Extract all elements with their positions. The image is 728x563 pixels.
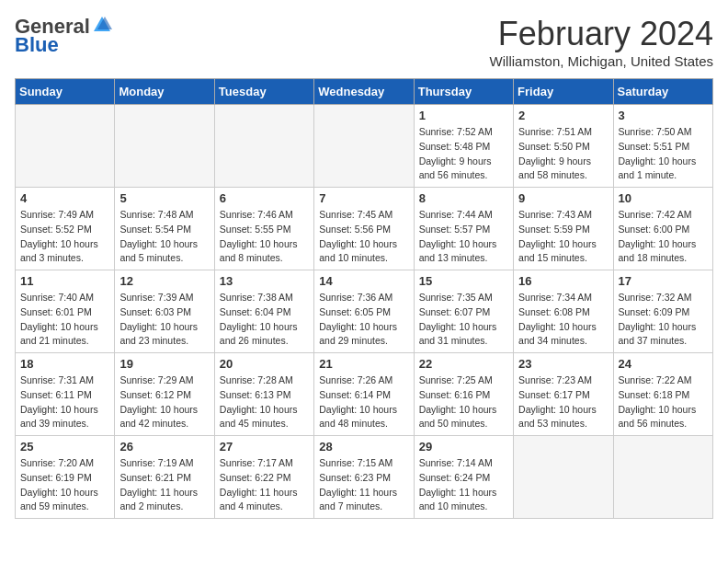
day-info: Sunrise: 7:51 AM Sunset: 5:50 PM Dayligh… — [518, 125, 608, 183]
calendar-cell: 27Sunrise: 7:17 AM Sunset: 6:22 PM Dayli… — [214, 436, 313, 519]
calendar-cell: 1Sunrise: 7:52 AM Sunset: 5:48 PM Daylig… — [414, 105, 513, 188]
calendar-cell: 19Sunrise: 7:29 AM Sunset: 6:12 PM Dayli… — [115, 353, 214, 436]
day-info: Sunrise: 7:44 AM Sunset: 5:57 PM Dayligh… — [419, 208, 508, 266]
calendar-cell: 24Sunrise: 7:22 AM Sunset: 6:18 PM Dayli… — [613, 353, 712, 436]
calendar-cell: 13Sunrise: 7:38 AM Sunset: 6:04 PM Dayli… — [214, 270, 313, 353]
day-info: Sunrise: 7:14 AM Sunset: 6:24 PM Dayligh… — [419, 456, 508, 514]
day-info: Sunrise: 7:42 AM Sunset: 6:00 PM Dayligh… — [619, 208, 708, 266]
day-info: Sunrise: 7:34 AM Sunset: 6:08 PM Dayligh… — [518, 291, 608, 349]
day-info: Sunrise: 7:22 AM Sunset: 6:18 PM Dayligh… — [619, 373, 708, 431]
calendar-body: 1Sunrise: 7:52 AM Sunset: 5:48 PM Daylig… — [16, 105, 713, 519]
day-info: Sunrise: 7:35 AM Sunset: 6:07 PM Dayligh… — [419, 291, 508, 349]
header-cell-saturday: Saturday — [613, 79, 712, 105]
day-info: Sunrise: 7:46 AM Sunset: 5:55 PM Dayligh… — [220, 208, 309, 266]
day-info: Sunrise: 7:39 AM Sunset: 6:03 PM Dayligh… — [119, 291, 209, 349]
header: General Blue February 2024 Williamston, … — [15, 15, 713, 69]
month-title: February 2024 — [490, 15, 713, 53]
calendar-cell: 18Sunrise: 7:31 AM Sunset: 6:11 PM Dayli… — [16, 353, 115, 436]
day-info: Sunrise: 7:25 AM Sunset: 6:16 PM Dayligh… — [419, 373, 508, 431]
calendar-cell: 14Sunrise: 7:36 AM Sunset: 6:05 PM Dayli… — [314, 270, 414, 353]
calendar-cell: 22Sunrise: 7:25 AM Sunset: 6:16 PM Dayli… — [414, 353, 513, 436]
header-cell-wednesday: Wednesday — [314, 79, 414, 105]
calendar-cell: 9Sunrise: 7:43 AM Sunset: 5:59 PM Daylig… — [514, 188, 613, 270]
day-info: Sunrise: 7:29 AM Sunset: 6:12 PM Dayligh… — [119, 373, 209, 431]
calendar-cell: 26Sunrise: 7:19 AM Sunset: 6:21 PM Dayli… — [115, 436, 214, 519]
day-info: Sunrise: 7:19 AM Sunset: 6:21 PM Dayligh… — [119, 456, 209, 514]
day-number: 12 — [119, 274, 209, 288]
day-info: Sunrise: 7:32 AM Sunset: 6:09 PM Dayligh… — [619, 291, 708, 349]
day-number: 26 — [119, 440, 209, 454]
day-number: 11 — [20, 274, 109, 288]
logo: General Blue — [15, 15, 112, 57]
calendar-cell — [314, 105, 414, 188]
day-number: 17 — [619, 274, 708, 288]
calendar-table: SundayMondayTuesdayWednesdayThursdayFrid… — [15, 78, 713, 519]
day-number: 25 — [20, 440, 109, 454]
day-info: Sunrise: 7:26 AM Sunset: 6:14 PM Dayligh… — [319, 373, 408, 431]
location-title: Williamston, Michigan, United States — [490, 53, 713, 69]
day-number: 23 — [518, 357, 608, 371]
day-info: Sunrise: 7:52 AM Sunset: 5:48 PM Dayligh… — [419, 125, 508, 183]
day-info: Sunrise: 7:28 AM Sunset: 6:13 PM Dayligh… — [220, 373, 309, 431]
day-number: 29 — [419, 440, 508, 454]
logo-blue-text: Blue — [15, 33, 59, 57]
calendar-cell: 12Sunrise: 7:39 AM Sunset: 6:03 PM Dayli… — [115, 270, 214, 353]
day-info: Sunrise: 7:48 AM Sunset: 5:54 PM Dayligh… — [119, 208, 209, 266]
logo-icon — [92, 15, 112, 35]
day-info: Sunrise: 7:36 AM Sunset: 6:05 PM Dayligh… — [319, 291, 408, 349]
day-info: Sunrise: 7:49 AM Sunset: 5:52 PM Dayligh… — [20, 208, 109, 266]
day-number: 24 — [619, 357, 708, 371]
calendar-cell: 8Sunrise: 7:44 AM Sunset: 5:57 PM Daylig… — [414, 188, 513, 270]
calendar-cell — [115, 105, 214, 188]
day-info: Sunrise: 7:45 AM Sunset: 5:56 PM Dayligh… — [319, 208, 408, 266]
calendar-cell: 17Sunrise: 7:32 AM Sunset: 6:09 PM Dayli… — [613, 270, 712, 353]
day-info: Sunrise: 7:15 AM Sunset: 6:23 PM Dayligh… — [319, 456, 408, 514]
header-cell-tuesday: Tuesday — [214, 79, 313, 105]
day-info: Sunrise: 7:20 AM Sunset: 6:19 PM Dayligh… — [20, 456, 109, 514]
calendar-cell: 25Sunrise: 7:20 AM Sunset: 6:19 PM Dayli… — [16, 436, 115, 519]
title-area: February 2024 Williamston, Michigan, Uni… — [490, 15, 713, 69]
calendar-cell: 2Sunrise: 7:51 AM Sunset: 5:50 PM Daylig… — [514, 105, 613, 188]
calendar-cell: 16Sunrise: 7:34 AM Sunset: 6:08 PM Dayli… — [514, 270, 613, 353]
day-number: 27 — [220, 440, 309, 454]
calendar-cell: 5Sunrise: 7:48 AM Sunset: 5:54 PM Daylig… — [115, 188, 214, 270]
calendar-cell — [613, 436, 712, 519]
day-number: 20 — [220, 357, 309, 371]
day-number: 14 — [319, 274, 408, 288]
day-number: 21 — [319, 357, 408, 371]
day-info: Sunrise: 7:38 AM Sunset: 6:04 PM Dayligh… — [220, 291, 309, 349]
calendar-cell: 20Sunrise: 7:28 AM Sunset: 6:13 PM Dayli… — [214, 353, 313, 436]
day-number: 16 — [518, 274, 608, 288]
week-row-1: 1Sunrise: 7:52 AM Sunset: 5:48 PM Daylig… — [16, 105, 713, 188]
day-info: Sunrise: 7:31 AM Sunset: 6:11 PM Dayligh… — [20, 373, 109, 431]
calendar-cell: 3Sunrise: 7:50 AM Sunset: 5:51 PM Daylig… — [613, 105, 712, 188]
day-number: 13 — [220, 274, 309, 288]
day-number: 15 — [419, 274, 508, 288]
day-number: 19 — [119, 357, 209, 371]
day-number: 7 — [319, 191, 408, 205]
calendar-cell: 23Sunrise: 7:23 AM Sunset: 6:17 PM Dayli… — [514, 353, 613, 436]
day-number: 18 — [20, 357, 109, 371]
calendar-cell — [514, 436, 613, 519]
calendar-cell — [214, 105, 313, 188]
calendar-cell: 11Sunrise: 7:40 AM Sunset: 6:01 PM Dayli… — [16, 270, 115, 353]
day-number: 1 — [419, 109, 508, 122]
calendar-cell: 29Sunrise: 7:14 AM Sunset: 6:24 PM Dayli… — [414, 436, 513, 519]
day-number: 10 — [619, 191, 708, 205]
day-number: 28 — [319, 440, 408, 454]
calendar-cell: 6Sunrise: 7:46 AM Sunset: 5:55 PM Daylig… — [214, 188, 313, 270]
calendar-cell: 21Sunrise: 7:26 AM Sunset: 6:14 PM Dayli… — [314, 353, 414, 436]
day-number: 22 — [419, 357, 508, 371]
header-row: SundayMondayTuesdayWednesdayThursdayFrid… — [16, 79, 713, 105]
calendar-cell: 7Sunrise: 7:45 AM Sunset: 5:56 PM Daylig… — [314, 188, 414, 270]
day-number: 2 — [518, 109, 608, 122]
header-cell-thursday: Thursday — [414, 79, 513, 105]
day-number: 9 — [518, 191, 608, 205]
header-cell-friday: Friday — [514, 79, 613, 105]
calendar-cell: 15Sunrise: 7:35 AM Sunset: 6:07 PM Dayli… — [414, 270, 513, 353]
calendar-cell: 10Sunrise: 7:42 AM Sunset: 6:00 PM Dayli… — [613, 188, 712, 270]
calendar-cell: 4Sunrise: 7:49 AM Sunset: 5:52 PM Daylig… — [16, 188, 115, 270]
day-number: 8 — [419, 191, 508, 205]
day-info: Sunrise: 7:50 AM Sunset: 5:51 PM Dayligh… — [619, 125, 708, 183]
day-number: 6 — [220, 191, 309, 205]
